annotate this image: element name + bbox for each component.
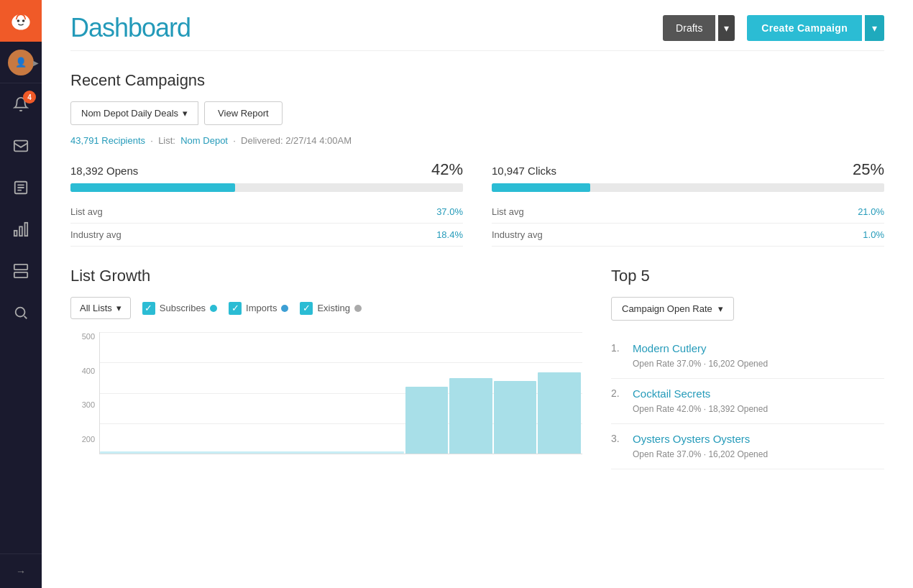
- recipients-link[interactable]: 43,791 Recipients: [70, 135, 145, 146]
- svg-rect-9: [14, 272, 27, 277]
- create-campaign-button[interactable]: Create Campaign: [747, 15, 862, 41]
- sidebar-item-reports[interactable]: [0, 208, 42, 250]
- avatar: 👤: [8, 50, 34, 75]
- chart-bar-3: [494, 381, 537, 454]
- clicks-stat: 10,947 Clicks 25% List avg 21.0% Industr…: [492, 160, 884, 247]
- subscribes-checkbox[interactable]: ✓: [142, 302, 155, 315]
- growth-controls: All Lists ▾ ✓ Subscribes ✓ Imports ✓ Exi…: [70, 297, 582, 319]
- top5-item-1-meta: Open Rate 37.0% · 16,202 Opened: [633, 359, 768, 369]
- top5-item-1-content: Modern Cutlery Open Rate 37.0% · 16,202 …: [633, 342, 884, 369]
- sidebar-item-automations[interactable]: [0, 250, 42, 292]
- chart-bar-area: [404, 332, 582, 454]
- opens-list-avg-val: 37.0%: [436, 206, 463, 217]
- list-label: List:: [158, 135, 175, 146]
- campaign-select-chevron-icon: ▾: [183, 108, 188, 119]
- header-actions: Drafts ▾ Create Campaign ▾: [663, 15, 884, 41]
- top5-item-2-content: Cocktail Secrets Open Rate 42.0% · 18,39…: [633, 387, 884, 415]
- sidebar-item-lists[interactable]: [0, 167, 42, 208]
- notification-badge: 4: [23, 91, 36, 104]
- svg-point-0: [12, 14, 29, 30]
- sidebar: 👤 ▶ 4 →: [0, 0, 42, 588]
- top5-item-3-name[interactable]: Oysters Oysters Oysters: [633, 433, 884, 445]
- chart-bar-1: [405, 387, 449, 454]
- list-growth-panel: List Growth All Lists ▾ ✓ Subscribes ✓ I…: [70, 267, 582, 469]
- chart-bar-4: [538, 372, 581, 454]
- list-growth-chart: 500 400 300 200: [99, 332, 582, 469]
- svg-point-10: [16, 308, 25, 317]
- subscribes-checkbox-group: ✓ Subscribes: [142, 302, 217, 315]
- create-campaign-dropdown-button[interactable]: ▾: [865, 15, 884, 41]
- rank-3: 3.: [611, 433, 625, 460]
- sidebar-expand-button[interactable]: →: [0, 553, 42, 588]
- subscribes-label: Subscribes: [160, 303, 206, 313]
- existing-checkbox[interactable]: ✓: [300, 302, 313, 315]
- clicks-industry-val: 1.0%: [863, 229, 884, 240]
- y-label-400: 400: [70, 367, 95, 375]
- recent-campaigns-section: Recent Campaigns Nom Depot Daily Deals ▾…: [70, 71, 884, 247]
- delivered-label: Delivered: 2/27/14 4:00AM: [241, 135, 352, 146]
- svg-rect-3: [14, 141, 27, 152]
- opens-industry-val: 18.4%: [436, 229, 463, 240]
- open-rate-chevron-icon: ▾: [718, 303, 723, 314]
- opens-list-avg-label: List avg: [70, 206, 103, 217]
- y-label-200: 200: [70, 435, 95, 444]
- clicks-list-avg-row: List avg 21.0%: [492, 201, 884, 224]
- top5-title: Top 5: [611, 267, 884, 285]
- view-report-button[interactable]: View Report: [204, 101, 283, 125]
- svg-rect-6: [19, 226, 22, 236]
- opens-industry-label: Industry avg: [70, 229, 121, 240]
- list-name-link[interactable]: Nom Depot: [180, 135, 228, 146]
- subscribes-dot: [210, 305, 217, 312]
- main-content: Dashboard Drafts ▾ Create Campaign ▾ Rec…: [42, 0, 913, 588]
- chart-bar-2: [449, 378, 492, 454]
- top5-panel: Top 5 Campaign Open Rate ▾ 1. Modern Cut…: [611, 267, 884, 469]
- clicks-industry-label: Industry avg: [492, 229, 543, 240]
- all-lists-label: All Lists: [80, 303, 112, 313]
- sidebar-item-campaigns[interactable]: [0, 125, 42, 167]
- svg-rect-8: [14, 265, 27, 270]
- clicks-bar-bg: [492, 183, 884, 192]
- imports-checkbox[interactable]: ✓: [229, 302, 242, 315]
- list-item: 1. Modern Cutlery Open Rate 37.0% · 16,2…: [611, 334, 884, 379]
- avatar-chevron-icon: ▶: [33, 58, 39, 66]
- top5-item-2-meta: Open Rate 42.0% · 18,392 Opened: [633, 404, 768, 414]
- expand-icon: →: [16, 566, 26, 577]
- campaign-controls: Nom Depot Daily Deals ▾ View Report: [70, 101, 884, 125]
- svg-point-2: [22, 19, 25, 22]
- user-avatar-menu[interactable]: 👤 ▶: [0, 42, 42, 83]
- chart-y-axis: 500 400 300 200: [70, 332, 95, 469]
- all-lists-button[interactable]: All Lists ▾: [70, 297, 131, 319]
- svg-rect-7: [25, 223, 28, 236]
- page-header: Dashboard Drafts ▾ Create Campaign ▾: [70, 0, 884, 51]
- campaign-select-button[interactable]: Nom Depot Daily Deals ▾: [70, 101, 198, 125]
- mailchimp-logo[interactable]: [0, 0, 42, 42]
- opens-label: 18,392 Opens: [70, 165, 138, 177]
- rank-2: 2.: [611, 387, 625, 415]
- svg-point-1: [17, 19, 20, 22]
- svg-rect-5: [14, 231, 17, 236]
- page-title: Dashboard: [70, 13, 191, 43]
- notifications-button[interactable]: 4: [0, 83, 42, 125]
- opens-pct: 42%: [431, 160, 463, 179]
- clicks-bar-fill: [492, 183, 590, 192]
- top5-item-3-content: Oysters Oysters Oysters Open Rate 37.0% …: [633, 433, 884, 460]
- open-rate-label: Campaign Open Rate: [622, 303, 712, 314]
- top5-item-2-name[interactable]: Cocktail Secrets: [633, 387, 884, 400]
- clicks-list-avg-val: 21.0%: [858, 206, 884, 217]
- opens-industry-avg-row: Industry avg 18.4%: [70, 224, 463, 247]
- campaign-meta: 43,791 Recipients · List: Nom Depot · De…: [70, 135, 884, 146]
- existing-dot: [354, 305, 362, 312]
- drafts-dropdown-button[interactable]: ▾: [718, 15, 735, 41]
- sidebar-item-search[interactable]: [0, 292, 42, 334]
- rank-1: 1.: [611, 342, 625, 369]
- campaign-select-label: Nom Depot Daily Deals: [81, 108, 178, 119]
- top5-list: 1. Modern Cutlery Open Rate 37.0% · 16,2…: [611, 334, 884, 469]
- bottom-section: List Growth All Lists ▾ ✓ Subscribes ✓ I…: [70, 267, 884, 469]
- open-rate-button[interactable]: Campaign Open Rate ▾: [611, 297, 734, 321]
- list-item: 2. Cocktail Secrets Open Rate 42.0% · 18…: [611, 379, 884, 424]
- list-item: 3. Oysters Oysters Oysters Open Rate 37.…: [611, 424, 884, 469]
- drafts-button[interactable]: Drafts: [663, 15, 715, 41]
- list-growth-title: List Growth: [70, 267, 582, 285]
- clicks-pct: 25%: [853, 160, 884, 179]
- top5-item-1-name[interactable]: Modern Cutlery: [633, 342, 884, 354]
